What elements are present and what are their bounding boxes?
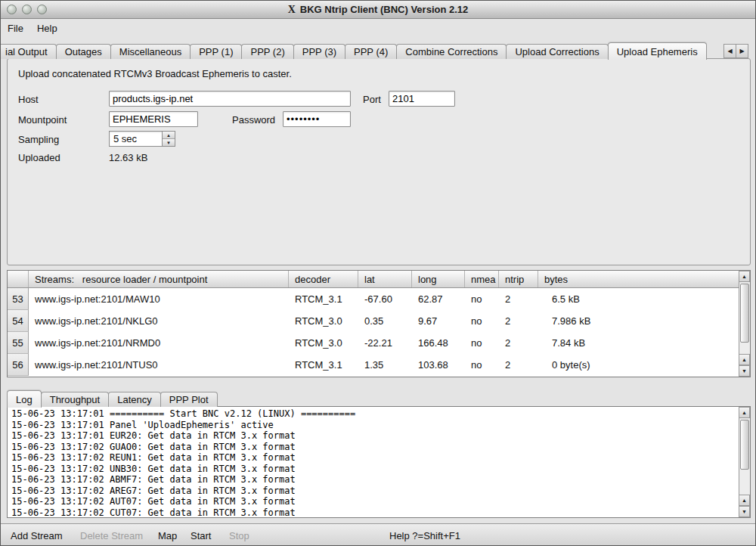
tab-upload-corrections[interactable]: Upload Corrections: [506, 44, 608, 59]
streams-table-body: 53 www.igs-ip.net:2101/MAW10 RTCM_3.1 -6…: [8, 288, 739, 376]
log-line: 15-06-23 13:17:02 AUT07: Get data in RTC…: [11, 496, 736, 507]
log-scroll-up-button[interactable]: ▲: [739, 407, 750, 418]
help-shortcut-hint: Help ?=Shift+F1: [389, 524, 460, 546]
delete-stream-button[interactable]: Delete Stream: [80, 524, 143, 546]
cell-bytes: 7.986 kB: [538, 310, 739, 332]
titlebar: X BKG Ntrip Client (BNC) Version 2.12: [1, 1, 755, 19]
row-number[interactable]: 55: [8, 332, 29, 354]
tab-upload-ephemeris[interactable]: Upload Ephemeris: [608, 42, 707, 60]
tab-scroll-buttons: ◀ ▶: [723, 44, 748, 58]
row-number[interactable]: 54: [8, 310, 29, 332]
column-header-lat[interactable]: lat: [358, 271, 412, 287]
tab-ppp-2[interactable]: PPP (2): [241, 44, 293, 59]
up-arrow-icon: ▲: [742, 274, 747, 279]
column-header-decoder[interactable]: decoder: [289, 271, 358, 287]
cell-mountpoint: www.igs-ip.net:2101/NTUS0: [29, 354, 289, 376]
tab-log[interactable]: Log: [7, 390, 42, 408]
minimize-button[interactable]: [22, 5, 32, 14]
cell-long: 103.68: [412, 354, 465, 376]
tab-scroll-left-button[interactable]: ◀: [723, 44, 736, 58]
tab-latency[interactable]: Latency: [108, 392, 161, 407]
log-output[interactable]: 15-06-23 13:17:01 ========== Start BNC v…: [7, 406, 751, 518]
cell-lat: 0.35: [358, 310, 412, 332]
table-row[interactable]: 55 www.igs-ip.net:2101/NRMD0 RTCM_3.0 -2…: [8, 332, 739, 354]
streams-scroll-up-button-2[interactable]: ▲: [739, 354, 750, 365]
cell-long: 62.87: [412, 288, 465, 310]
tab-ppp-1[interactable]: PPP (1): [190, 44, 242, 59]
tab-ppp-plot[interactable]: PPP Plot: [160, 392, 218, 407]
streams-scrollbar-thumb[interactable]: [740, 284, 749, 343]
tab-serial-output[interactable]: ial Output: [1, 44, 57, 59]
column-header-ntrip[interactable]: ntrip: [499, 271, 538, 287]
zoom-button[interactable]: [37, 5, 47, 14]
row-number[interactable]: 56: [8, 354, 29, 376]
sampling-spin-down[interactable]: ▼: [163, 139, 175, 146]
log-line: 15-06-23 13:17:02 REUN1: Get data in RTC…: [11, 452, 736, 464]
table-row[interactable]: 54 www.igs-ip.net:2101/NKLG0 RTCM_3.0 0.…: [8, 310, 739, 332]
streams-scroll-up-button[interactable]: ▲: [739, 271, 750, 282]
tab-throughput[interactable]: Throughput: [41, 392, 110, 407]
tab-miscellaneous[interactable]: Miscellaneous: [110, 44, 191, 59]
cell-mountpoint: www.igs-ip.net:2101/NRMD0: [29, 332, 289, 354]
menubar: File Help: [1, 20, 755, 36]
host-input[interactable]: [109, 91, 351, 107]
port-label: Port: [363, 94, 381, 105]
menu-help[interactable]: Help: [30, 21, 64, 36]
tab-scroll-right-button[interactable]: ▶: [736, 44, 748, 58]
table-row[interactable]: 56 www.igs-ip.net:2101/NTUS0 RTCM_3.1 1.…: [8, 354, 739, 376]
password-input[interactable]: [283, 111, 351, 127]
table-row[interactable]: 53 www.igs-ip.net:2101/MAW10 RTCM_3.1 -6…: [8, 288, 739, 310]
port-input[interactable]: [389, 91, 455, 107]
column-header-long[interactable]: long: [412, 271, 465, 287]
cell-ntrip: 2: [499, 310, 538, 332]
down-arrow-icon: ▼: [742, 368, 747, 374]
cell-mountpoint: www.igs-ip.net:2101/NKLG0: [29, 310, 289, 332]
log-scrollbar-thumb[interactable]: [740, 420, 749, 470]
up-arrow-icon: ▲: [166, 133, 171, 138]
streams-scroll-down-button[interactable]: ▼: [739, 365, 750, 377]
tab-combine-corrections[interactable]: Combine Corrections: [396, 44, 507, 59]
log-scrollbar[interactable]: ▲ ▲ ▼: [739, 407, 750, 517]
row-number[interactable]: 53: [8, 288, 29, 310]
log-line: 15-06-23 13:17:01 Panel 'UploadEphemeris…: [11, 420, 736, 431]
upload-ephemeris-panel: Upload concatenated RTCMv3 Broadcast Eph…: [7, 58, 751, 265]
menu-file[interactable]: File: [1, 21, 30, 36]
sampling-spinbox[interactable]: 5 sec ▲ ▼: [109, 131, 175, 147]
log-line: 15-06-23 13:17:02 GUAO0: Get data in RTC…: [11, 442, 736, 453]
tab-outages[interactable]: Outages: [56, 44, 111, 59]
cell-decoder: RTCM_3.0: [289, 332, 358, 354]
sampling-spin-up[interactable]: ▲: [163, 132, 175, 139]
left-arrow-icon: ◀: [727, 48, 732, 54]
right-arrow-icon: ▶: [739, 48, 744, 54]
window-title-text: BKG Ntrip Client (BNC) Version 2.12: [300, 4, 468, 15]
start-button[interactable]: Start: [191, 524, 211, 546]
uploaded-label: Uploaded: [18, 152, 60, 163]
bottom-tabbar: Log Throughput Latency PPP Plot: [7, 389, 217, 407]
column-header-nmea[interactable]: nmea: [465, 271, 499, 287]
cell-lat: -22.21: [358, 332, 412, 354]
mountpoint-input[interactable]: [109, 111, 198, 127]
log-scroll-down-button[interactable]: ▼: [739, 506, 750, 517]
cell-lat: 1.35: [358, 354, 412, 376]
column-header-bytes[interactable]: bytes: [538, 271, 739, 287]
cell-ntrip: 2: [499, 354, 538, 376]
stop-button[interactable]: Stop: [229, 524, 249, 546]
add-stream-button[interactable]: Add Stream: [11, 524, 63, 546]
uploaded-value: 12.63 kB: [109, 152, 147, 163]
bottom-toolbar: Add Stream Delete Stream Map Start Stop …: [1, 523, 755, 546]
window: { "window": { "title": "BKG Ntrip Client…: [0, 0, 756, 546]
sampling-spin-buttons: ▲ ▼: [162, 132, 175, 146]
cell-ntrip: 2: [499, 332, 538, 354]
window-title: X BKG Ntrip Client (BNC) Version 2.12: [288, 4, 469, 16]
log-line: 15-06-23 13:17:01 ========== Start BNC v…: [11, 408, 736, 420]
tab-ppp-3[interactable]: PPP (3): [293, 44, 345, 59]
streams-scrollbar[interactable]: ▲ ▲ ▼: [739, 271, 750, 377]
sampling-value: 5 sec: [113, 133, 137, 144]
cell-bytes: 0 byte(s): [538, 354, 739, 376]
up-arrow-icon: ▲: [742, 498, 747, 503]
log-scroll-up-button-2[interactable]: ▲: [739, 495, 750, 506]
map-button[interactable]: Map: [158, 524, 177, 546]
close-button[interactable]: [7, 5, 17, 14]
column-header-streams[interactable]: Streams: resource loader / mountpoint: [29, 271, 289, 287]
tab-ppp-4[interactable]: PPP (4): [345, 44, 397, 59]
